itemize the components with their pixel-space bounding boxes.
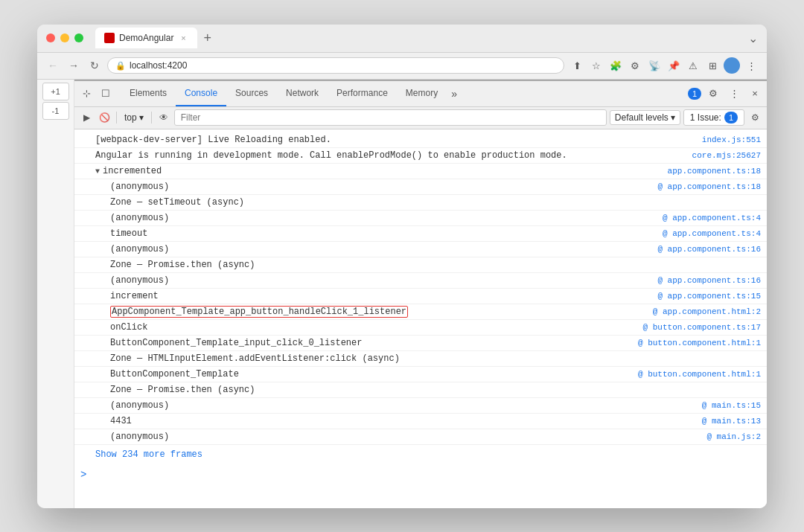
entry-content-anon-5: (anonymous) bbox=[110, 399, 687, 412]
entry-content-anon-2: (anonymous) bbox=[110, 211, 648, 225]
devtools-more-button[interactable]: ⋮ bbox=[725, 85, 743, 103]
lock-icon: 🔒 bbox=[115, 61, 126, 71]
context-dropdown[interactable]: top ▾ bbox=[121, 111, 147, 124]
entry-link-button-listener[interactable]: @ button.component.html:1 bbox=[623, 337, 761, 350]
entry-link-appcomponent-handler[interactable]: @ app.component.html:2 bbox=[638, 306, 761, 318]
entry-content-anon-6: (anonymous) bbox=[110, 430, 692, 443]
tab-elements[interactable]: Elements bbox=[121, 80, 176, 106]
mobile-icon[interactable]: ☐ bbox=[97, 85, 115, 103]
close-button[interactable] bbox=[46, 33, 55, 42]
entry-link-anon-5[interactable]: @ main.ts:15 bbox=[687, 400, 761, 412]
entry-content-zone-promise-1: Zone — Promise.then (async) bbox=[110, 258, 761, 272]
entry-link-onclick[interactable]: @ button.component.ts:17 bbox=[628, 321, 761, 334]
console-entry-anon-2: (anonymous) @ app.component.ts:4 bbox=[74, 211, 767, 226]
address-bar[interactable]: 🔒 localhost:4200 bbox=[107, 57, 564, 74]
browser-toolbar: ← → ↻ 🔒 localhost:4200 ⬆ ☆ 🧩 ⚙ 📡 📌 ⚠ ⊞ ⋮ bbox=[37, 53, 767, 80]
gutter-btn-2[interactable]: -1 bbox=[42, 102, 69, 120]
tab-performance[interactable]: Performance bbox=[328, 80, 397, 106]
entry-link-webpack[interactable]: index.js:551 bbox=[687, 134, 761, 147]
entry-content-anon-1: (anonymous) bbox=[110, 180, 642, 193]
bookmark-icon[interactable]: ☆ bbox=[588, 57, 604, 74]
devtools-settings-button[interactable]: ⚙ bbox=[704, 85, 722, 103]
entry-content-anon-3: (anonymous) bbox=[110, 243, 642, 256]
new-tab-button[interactable]: + bbox=[203, 31, 211, 45]
entry-content-webpack: [webpack-dev-server] Live Reloading enab… bbox=[95, 133, 687, 147]
expand-arrow[interactable]: ▼ bbox=[95, 166, 100, 177]
console-prompt[interactable]: > bbox=[74, 464, 767, 486]
default-levels-dropdown[interactable]: Default levels ▾ bbox=[610, 110, 680, 125]
devtools-panel: ⊹ ☐ Elements Console Sources Network Per… bbox=[74, 80, 767, 508]
entry-link-anon-4[interactable]: @ app.component.ts:16 bbox=[642, 275, 761, 287]
entry-content-anon-4: (anonymous) bbox=[110, 274, 642, 287]
address-text: localhost:4200 bbox=[130, 60, 187, 71]
tab-close-button[interactable]: × bbox=[178, 33, 188, 43]
console-settings-icon[interactable]: ⚙ bbox=[747, 110, 762, 125]
devtools-close-button[interactable]: × bbox=[746, 85, 764, 103]
warning-icon[interactable]: ⚠ bbox=[685, 57, 701, 74]
console-entry-zone-promise-1: Zone — Promise.then (async) bbox=[74, 257, 767, 273]
grid-icon[interactable]: ⊞ bbox=[704, 57, 721, 74]
console-entry-button-listener: ButtonComponent_Template_input_click_0_l… bbox=[74, 336, 767, 351]
window-more-button[interactable]: ⌄ bbox=[748, 31, 758, 45]
entry-content-angular: Angular is running in development mode. … bbox=[95, 149, 677, 162]
console-entry-zone-promise-2: Zone — Promise.then (async) bbox=[74, 382, 767, 398]
console-toolbar: ▶ 🚫 top ▾ 👁 Default levels ▾ 1 Issue: 1 bbox=[74, 107, 767, 129]
refresh-button[interactable]: ↻ bbox=[86, 57, 103, 74]
entry-link-anon-1[interactable]: @ app.component.ts:18 bbox=[642, 181, 761, 193]
entry-content-onclick: onClick bbox=[110, 321, 628, 334]
tab-sources[interactable]: Sources bbox=[226, 80, 277, 106]
gutter-btn-1[interactable]: +1 bbox=[42, 83, 69, 100]
tab-memory[interactable]: Memory bbox=[397, 80, 447, 106]
entry-content-button-template: ButtonComponent_Template bbox=[110, 368, 623, 381]
entry-link-4431[interactable]: @ main.ts:13 bbox=[687, 415, 761, 428]
entry-link-anon-3[interactable]: @ app.component.ts:16 bbox=[642, 243, 761, 256]
traffic-lights bbox=[46, 33, 83, 42]
entry-content-timeout: timeout bbox=[110, 227, 648, 240]
issues-badge: 1 bbox=[724, 112, 738, 124]
console-entry-4431: 4431 @ main.ts:13 bbox=[74, 414, 767, 429]
issues-count[interactable]: 1 Issue: 1 bbox=[683, 109, 744, 126]
console-entry-incremented: ▼ incremented app.component.ts:18 bbox=[74, 164, 767, 179]
user-avatar[interactable] bbox=[724, 57, 740, 74]
more-tabs-button[interactable]: » bbox=[447, 88, 462, 100]
devtools-icon[interactable]: ⚙ bbox=[627, 57, 643, 74]
entry-link-anon-2[interactable]: @ app.component.ts:4 bbox=[648, 212, 761, 225]
titlebar: DemoAngular × + ⌄ bbox=[37, 25, 767, 53]
back-button[interactable]: ← bbox=[45, 57, 61, 74]
browser-actions: ⬆ ☆ 🧩 ⚙ 📡 📌 ⚠ ⊞ ⋮ bbox=[569, 57, 759, 74]
entry-link-timeout[interactable]: @ app.component.ts:4 bbox=[648, 228, 761, 240]
share-icon[interactable]: ⬆ bbox=[569, 57, 585, 74]
maximize-button[interactable] bbox=[74, 33, 83, 42]
toolbar-divider-1 bbox=[116, 112, 117, 124]
entry-link-button-template[interactable]: @ button.component.html:1 bbox=[623, 368, 761, 381]
show-more-frames-link[interactable]: Show 234 more frames bbox=[74, 445, 767, 464]
entry-link-increment[interactable]: @ app.component.ts:15 bbox=[642, 290, 761, 303]
entry-content-zone-htmlinput: Zone — HTMLInputElement.addEventListener… bbox=[110, 352, 761, 365]
console-run-icon[interactable]: ▶ bbox=[79, 110, 94, 125]
cursor-icon[interactable]: ⊹ bbox=[77, 85, 95, 103]
entry-link-anon-6[interactable]: @ main.js:2 bbox=[692, 431, 761, 443]
minimize-button[interactable] bbox=[60, 33, 69, 42]
tab-network[interactable]: Network bbox=[277, 80, 328, 106]
browser-tab[interactable]: DemoAngular × bbox=[95, 28, 197, 48]
entry-content-incremented: incremented bbox=[103, 164, 653, 178]
console-entry-anon-1: (anonymous) @ app.component.ts:18 bbox=[74, 179, 767, 195]
tab-bar: DemoAngular × + bbox=[95, 28, 748, 48]
devtools-left-icons: ⊹ ☐ bbox=[77, 85, 115, 103]
cast-icon[interactable]: 📡 bbox=[646, 57, 663, 74]
console-content[interactable]: [webpack-dev-server] Live Reloading enab… bbox=[74, 129, 767, 508]
console-entry-webpack: [webpack-dev-server] Live Reloading enab… bbox=[74, 132, 767, 148]
menu-icon[interactable]: ⋮ bbox=[743, 57, 759, 74]
console-entry-zone-settimeout: Zone — setTimeout (async) bbox=[74, 195, 767, 211]
tab-console[interactable]: Console bbox=[176, 80, 226, 106]
console-entry-increment: increment @ app.component.ts:15 bbox=[74, 289, 767, 304]
console-entry-anon-5: (anonymous) @ main.ts:15 bbox=[74, 398, 767, 414]
eye-icon[interactable]: 👁 bbox=[156, 110, 171, 125]
entry-link-incremented[interactable]: app.component.ts:18 bbox=[653, 165, 761, 178]
extension-icon[interactable]: 🧩 bbox=[607, 57, 624, 74]
entry-link-angular[interactable]: core.mjs:25627 bbox=[677, 150, 761, 162]
pin-icon[interactable]: 📌 bbox=[666, 57, 682, 74]
forward-button[interactable]: → bbox=[66, 57, 82, 74]
filter-input[interactable] bbox=[174, 109, 607, 126]
console-clear-icon[interactable]: 🚫 bbox=[97, 110, 112, 125]
